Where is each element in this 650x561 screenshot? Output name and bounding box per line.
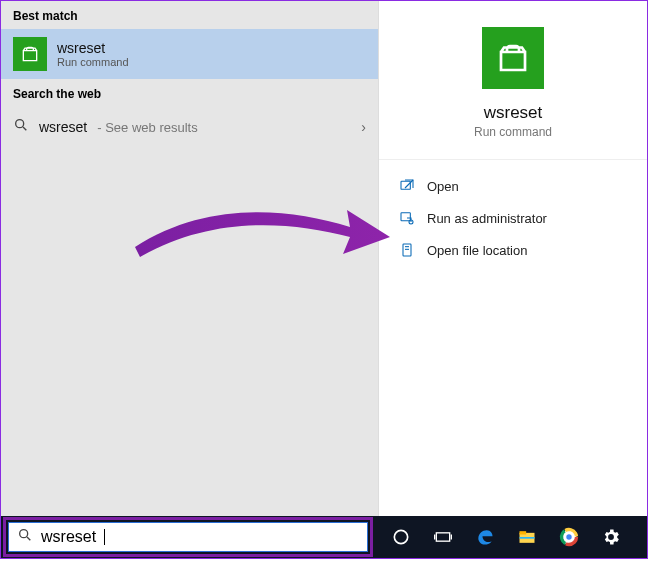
svg-point-10: [394, 530, 407, 543]
file-explorer-icon[interactable]: [513, 523, 541, 551]
svg-line-9: [27, 537, 30, 540]
results-pane: Best match wsreset Run command Search th…: [1, 1, 379, 516]
web-query: wsreset: [39, 119, 87, 135]
web-result[interactable]: wsreset - See web results ›: [1, 107, 378, 147]
svg-rect-11: [436, 533, 449, 541]
store-icon: [13, 37, 47, 71]
svg-point-8: [20, 530, 28, 538]
content-panes: Best match wsreset Run command Search th…: [1, 1, 647, 516]
folder-icon: [399, 242, 415, 258]
taskbar-search[interactable]: wsreset: [8, 522, 368, 552]
run-admin-action[interactable]: Run as administrator: [393, 202, 633, 234]
run-admin-label: Run as administrator: [427, 211, 547, 226]
start-search-window: Best match wsreset Run command Search th…: [0, 0, 648, 559]
best-match-result[interactable]: wsreset Run command: [1, 29, 378, 79]
svg-rect-15: [520, 531, 527, 534]
best-match-header: Best match: [1, 1, 378, 29]
svg-point-21: [566, 534, 573, 541]
open-action[interactable]: Open: [393, 170, 633, 202]
cortana-icon[interactable]: [387, 523, 415, 551]
svg-point-0: [16, 120, 24, 128]
details-title: wsreset: [484, 103, 543, 123]
open-icon: [399, 178, 415, 194]
task-view-icon[interactable]: [429, 523, 457, 551]
taskbar: wsreset: [1, 516, 647, 558]
open-location-label: Open file location: [427, 243, 527, 258]
settings-icon[interactable]: [597, 523, 625, 551]
best-match-subtitle: Run command: [57, 56, 129, 68]
admin-icon: [399, 210, 415, 226]
open-label: Open: [427, 179, 459, 194]
details-subtitle: Run command: [474, 125, 552, 139]
web-hint: - See web results: [97, 120, 197, 135]
details-hero: wsreset Run command: [379, 1, 647, 160]
svg-rect-3: [401, 213, 410, 221]
svg-rect-5: [403, 244, 411, 256]
store-icon: [482, 27, 544, 89]
search-icon: [13, 117, 29, 137]
svg-line-1: [23, 127, 26, 130]
search-web-header: Search the web: [1, 79, 378, 107]
taskbar-icons: [387, 523, 625, 551]
svg-rect-2: [401, 181, 410, 189]
open-location-action[interactable]: Open file location: [393, 234, 633, 266]
search-highlight: wsreset: [3, 517, 373, 557]
search-icon: [17, 527, 33, 547]
edge-icon[interactable]: [471, 523, 499, 551]
text-caret: [104, 529, 105, 545]
action-list: Open Run as administrator Open file loca…: [379, 160, 647, 276]
details-pane: wsreset Run command Open Run as administ…: [379, 1, 647, 516]
best-match-text: wsreset Run command: [57, 40, 129, 68]
chrome-icon[interactable]: [555, 523, 583, 551]
chevron-right-icon: ›: [361, 119, 366, 135]
svg-rect-16: [520, 537, 535, 539]
search-input-value: wsreset: [41, 528, 96, 546]
best-match-title: wsreset: [57, 40, 129, 56]
